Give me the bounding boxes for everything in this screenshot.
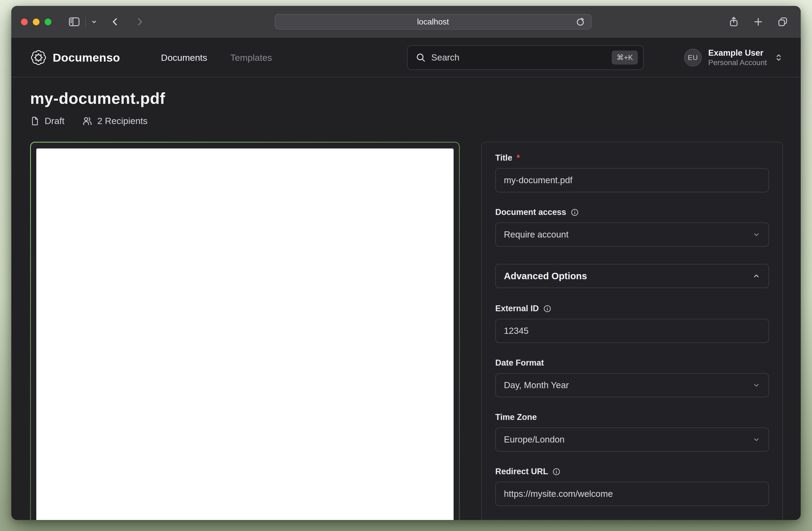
title-label: Title	[495, 153, 512, 163]
advanced-options-label: Advanced Options	[504, 271, 587, 282]
time-zone-group: Time Zone Europe/London	[495, 412, 769, 451]
nav-documents[interactable]: Documents	[161, 53, 207, 63]
main-content: my-document.pdf Draft 2	[11, 77, 801, 520]
chevrons-up-down-icon	[774, 53, 783, 62]
redirect-url-input[interactable]	[495, 482, 769, 506]
new-tab-icon[interactable]	[753, 16, 764, 27]
advanced-options-toggle[interactable]: Advanced Options	[495, 264, 769, 288]
primary-nav: Documents Templates	[161, 53, 272, 63]
document-preview-card	[30, 142, 460, 520]
address-bar-url: localhost	[417, 17, 449, 26]
browser-titlebar: localhost	[11, 6, 801, 38]
brand-name: Documenso	[53, 51, 120, 64]
external-id-group: External ID	[495, 304, 769, 343]
chevron-up-icon	[752, 272, 760, 280]
title-field-group: Title *	[495, 153, 769, 192]
redirect-url-group: Redirect URL	[495, 467, 769, 506]
share-icon[interactable]	[728, 16, 739, 27]
sidebar-toggle-icon[interactable]	[68, 16, 81, 27]
documenso-logo-icon	[30, 49, 47, 66]
app-header: Documenso Documents Templates Search ⌘+K…	[11, 38, 801, 77]
search-placeholder: Search	[431, 53, 460, 63]
info-icon	[543, 304, 551, 313]
document-access-group: Document access Require account	[495, 207, 769, 247]
redirect-url-label: Redirect URL	[495, 467, 548, 476]
time-zone-value: Europe/London	[504, 434, 565, 445]
forward-button-icon[interactable]	[135, 17, 144, 27]
back-button-icon[interactable]	[111, 17, 120, 27]
info-icon	[552, 468, 561, 476]
search-icon	[416, 53, 426, 63]
account-name: Example User	[708, 48, 767, 58]
chevron-down-icon	[752, 381, 760, 389]
recipients-badge: 2 Recipients	[82, 116, 148, 126]
date-format-group: Date Format Day, Month Year	[495, 358, 769, 397]
pdf-page[interactable]	[36, 148, 453, 520]
refresh-icon[interactable]	[576, 17, 585, 27]
traffic-lights	[21, 18, 52, 25]
status-badge: Draft	[30, 116, 64, 126]
info-icon	[570, 208, 579, 217]
document-access-select[interactable]: Require account	[495, 223, 769, 247]
account-menu[interactable]: EU Example User Personal Account	[684, 48, 783, 67]
title-input[interactable]	[495, 168, 769, 192]
page-title: my-document.pdf	[30, 89, 783, 107]
nav-templates[interactable]: Templates	[230, 53, 272, 63]
date-format-value: Day, Month Year	[504, 380, 569, 390]
close-window-button[interactable]	[21, 18, 28, 25]
minimize-window-button[interactable]	[33, 18, 40, 25]
document-access-value: Require account	[504, 229, 568, 240]
users-icon	[82, 116, 92, 126]
external-id-input[interactable]	[495, 319, 769, 343]
chevron-down-icon	[752, 231, 760, 239]
toolbar-divider	[85, 17, 86, 27]
sidebar-chevron-down-icon[interactable]	[91, 18, 98, 25]
time-zone-label: Time Zone	[495, 412, 537, 422]
status-text: Draft	[45, 116, 64, 126]
recipients-text: 2 Recipients	[97, 116, 148, 126]
address-bar[interactable]: localhost	[275, 14, 592, 30]
avatar: EU	[684, 49, 702, 67]
date-format-label: Date Format	[495, 358, 544, 368]
date-format-select[interactable]: Day, Month Year	[495, 373, 769, 397]
time-zone-select[interactable]: Europe/London	[495, 428, 769, 451]
tab-overview-icon[interactable]	[777, 16, 788, 27]
search-shortcut-badge: ⌘+K	[612, 51, 638, 64]
file-icon	[30, 116, 40, 126]
document-settings-panel: Title * Document access	[481, 142, 783, 520]
document-access-label: Document access	[495, 207, 566, 217]
account-type: Personal Account	[708, 58, 767, 67]
search-input[interactable]: Search ⌘+K	[407, 45, 644, 70]
chevron-down-icon	[752, 435, 760, 444]
zoom-window-button[interactable]	[45, 18, 52, 25]
document-meta: Draft 2 Recipients	[30, 116, 783, 126]
browser-window: localhost	[11, 6, 801, 520]
external-id-label: External ID	[495, 304, 539, 313]
required-asterisk: *	[517, 153, 520, 163]
brand[interactable]: Documenso	[30, 49, 120, 66]
app-viewport: Documenso Documents Templates Search ⌘+K…	[11, 38, 801, 520]
